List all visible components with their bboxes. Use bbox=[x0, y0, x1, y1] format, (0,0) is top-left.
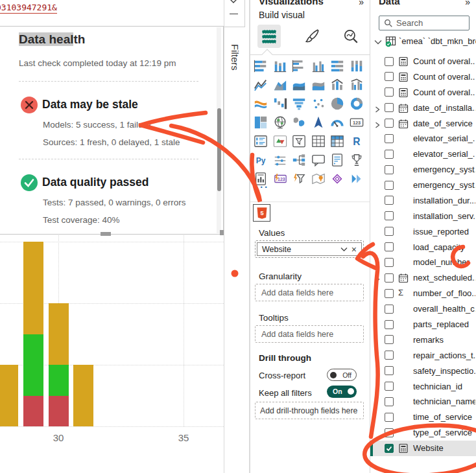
filters-pane-label[interactable]: Filters bbox=[230, 44, 241, 71]
visual-icon-slicer[interactable] bbox=[291, 133, 307, 149]
field-row-remarks[interactable]: remarks bbox=[370, 332, 476, 348]
html-content-visual-icon-selected[interactable]: 5 bbox=[253, 204, 270, 222]
field-checkbox[interactable] bbox=[385, 227, 394, 236]
visual-icon-custom-visual-diamond[interactable] bbox=[329, 171, 345, 187]
field-checkbox[interactable] bbox=[385, 57, 394, 66]
field-row-load-capacity[interactable]: load_capacity bbox=[370, 240, 476, 255]
field-checkbox[interactable] bbox=[385, 211, 394, 220]
visual-icon-area-chart[interactable] bbox=[272, 77, 288, 93]
tab-build-visual[interactable] bbox=[257, 25, 281, 48]
visual-icon-smart-narrative[interactable] bbox=[329, 152, 345, 168]
field-checkbox[interactable] bbox=[385, 397, 394, 406]
visual-icon-scatter-chart[interactable] bbox=[311, 96, 326, 111]
field-row-safety-inspectio[interactable]: safety_inspectio... bbox=[370, 363, 476, 379]
field-row-technician-name[interactable]: technician_name bbox=[370, 394, 476, 410]
field-checkbox[interactable] bbox=[385, 134, 394, 143]
tab-analytics[interactable] bbox=[339, 25, 363, 48]
bar-segment-gold[interactable] bbox=[0, 365, 18, 426]
field-checkbox[interactable] bbox=[385, 413, 394, 422]
visual-icon-slicer-new[interactable] bbox=[272, 152, 288, 168]
field-row-website[interactable]: Website bbox=[370, 441, 476, 456]
filters-pane-header[interactable] bbox=[224, 0, 245, 27]
visual-icon-stacked-column-chart[interactable] bbox=[272, 58, 288, 74]
visual-icon-arcgis-map[interactable] bbox=[311, 171, 326, 187]
field-checkbox[interactable] bbox=[385, 273, 394, 283]
drill-through-field-well[interactable]: Add drill-through fields here bbox=[255, 402, 364, 419]
field-checkbox[interactable] bbox=[385, 72, 394, 81]
bar-segment-green[interactable] bbox=[23, 334, 43, 396]
bar-segment-green[interactable] bbox=[49, 365, 69, 396]
field-row-model-number[interactable]: model_number bbox=[370, 255, 476, 270]
field-row-installation-dur[interactable]: installation_dur... bbox=[370, 193, 476, 209]
visual-icon-power-automate-trigger[interactable] bbox=[291, 171, 307, 187]
field-checkbox[interactable] bbox=[385, 150, 394, 159]
visual-icon-matrix[interactable] bbox=[329, 133, 345, 149]
more-visuals-icon[interactable]: ··· bbox=[256, 181, 269, 192]
field-row-elevator-serial[interactable]: elevator_serial_... bbox=[370, 131, 476, 146]
search-input[interactable] bbox=[396, 18, 461, 28]
visual-icon-line-clustered-column-chart[interactable] bbox=[349, 77, 364, 93]
field-checkbox[interactable] bbox=[385, 258, 394, 267]
tab-format-visual[interactable] bbox=[300, 25, 324, 48]
field-row-count-of-overal[interactable]: Count of overal... bbox=[370, 54, 476, 69]
field-row-elevator-serial[interactable]: elevator_serial_... bbox=[370, 146, 476, 162]
cross-report-toggle[interactable]: Off bbox=[327, 369, 357, 381]
field-row-emergency-syst[interactable]: emergency_syst... bbox=[370, 162, 476, 178]
table-root-label[interactable]: `emea` `dbt_mkn_bron... bbox=[399, 36, 476, 46]
field-row-type-of-service[interactable]: type_of_service bbox=[370, 425, 476, 441]
field-row-repair-actions-t[interactable]: repair_actions_t... bbox=[370, 348, 476, 363]
visual-icon-donut-chart[interactable] bbox=[349, 96, 364, 111]
visual-icon-stacked-area-chart[interactable] bbox=[291, 77, 307, 93]
visual-icon-treemap[interactable] bbox=[253, 115, 268, 130]
visual-icon-filled-map[interactable] bbox=[291, 115, 307, 130]
field-checkbox[interactable] bbox=[385, 366, 394, 375]
field-checkbox[interactable] bbox=[385, 196, 394, 205]
expand-icon[interactable] bbox=[374, 274, 381, 286]
field-checkbox[interactable] bbox=[385, 103, 394, 112]
field-checkbox[interactable] bbox=[385, 335, 394, 344]
field-checkbox[interactable] bbox=[385, 305, 394, 314]
field-checkbox[interactable] bbox=[385, 87, 394, 97]
bar-segment-gold[interactable] bbox=[73, 365, 93, 426]
bar-segment-red[interactable] bbox=[23, 396, 43, 427]
visual-icon-decomposition-tree[interactable] bbox=[291, 152, 307, 168]
visual-icon-clustered-bar-chart[interactable] bbox=[291, 58, 307, 74]
visual-icon-table[interactable] bbox=[311, 133, 326, 149]
bar-segment-gold[interactable] bbox=[49, 303, 69, 365]
field-checkbox[interactable] bbox=[385, 181, 394, 190]
field-checkbox[interactable] bbox=[385, 119, 394, 128]
visual-icon-qa-visual[interactable] bbox=[311, 152, 326, 168]
visual-icon-stacked-area-100-chart[interactable] bbox=[311, 77, 326, 93]
visual-icon-metrics[interactable] bbox=[349, 152, 364, 168]
field-row-technician-id[interactable]: technician_id bbox=[370, 379, 476, 395]
visual-icon-stacked-bar-chart[interactable] bbox=[253, 58, 268, 74]
visual-icon-python-visual[interactable]: Py bbox=[253, 152, 268, 168]
chevron-down-icon[interactable] bbox=[374, 39, 382, 45]
visual-icon-waterfall-chart[interactable] bbox=[272, 96, 288, 111]
collapse-pane-icon[interactable]: » bbox=[465, 0, 470, 7]
expand-icon[interactable] bbox=[374, 104, 381, 116]
data-health-visual-card[interactable]: Data health Last check completed today a… bbox=[0, 26, 224, 235]
field-checkbox[interactable] bbox=[385, 320, 394, 329]
visual-icon-clustered-column-chart[interactable] bbox=[311, 58, 326, 74]
visual-icon-kpi[interactable] bbox=[272, 133, 288, 149]
bar-segment-gold[interactable] bbox=[23, 242, 43, 334]
values-field-well[interactable]: Website × bbox=[255, 240, 364, 258]
visual-icon-r-script-visual[interactable]: R bbox=[349, 133, 364, 149]
field-checkbox[interactable] bbox=[385, 382, 394, 391]
field-row-count-of-overal[interactable]: Count of overal... bbox=[370, 69, 476, 85]
keep-all-filters-toggle[interactable]: On bbox=[327, 386, 357, 398]
field-checkbox[interactable] bbox=[385, 428, 394, 437]
remove-field-icon[interactable]: × bbox=[348, 244, 361, 255]
stacked-histogram-visual[interactable]: 3035 bbox=[0, 235, 224, 456]
visual-icon-pie-chart[interactable] bbox=[329, 96, 345, 111]
field-row-installation-serv[interactable]: installation_serv... bbox=[370, 209, 476, 224]
search-box[interactable] bbox=[379, 16, 470, 30]
field-row-overall-health-c[interactable]: overall_health_c... bbox=[370, 301, 476, 317]
visual-icon-ribbon-chart[interactable] bbox=[253, 96, 268, 111]
card-scrollbar-thumb[interactable] bbox=[217, 108, 221, 191]
visual-icon-funnel-chart[interactable] bbox=[291, 96, 307, 111]
field-checkbox[interactable] bbox=[385, 242, 394, 251]
field-row-date-of-installa[interactable]: date_of_installa... bbox=[370, 100, 476, 116]
bar-segment-red[interactable] bbox=[49, 396, 69, 427]
